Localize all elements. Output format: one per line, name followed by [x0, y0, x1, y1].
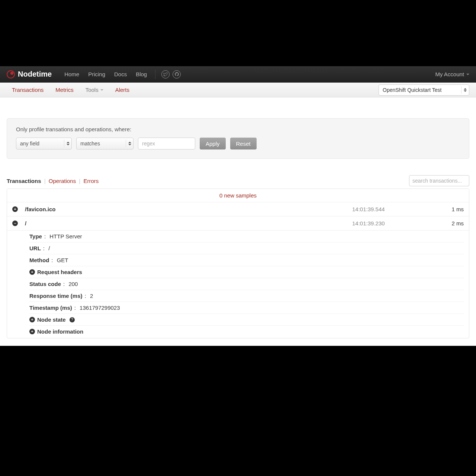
filter-title: Only profile transations and operations,…: [16, 126, 460, 132]
reset-button[interactable]: Reset: [230, 138, 257, 149]
select-arrows-icon: [461, 86, 467, 94]
tab-errors[interactable]: Errors: [83, 178, 99, 184]
search-input[interactable]: [409, 175, 469, 186]
nav-separator: [155, 70, 155, 79]
row-path: /favicon.ico: [25, 206, 352, 212]
plus-icon: +: [29, 329, 35, 334]
brand-icon: [7, 70, 15, 78]
apply-button[interactable]: Apply: [200, 138, 226, 149]
plus-icon: +: [29, 317, 35, 322]
subnav-transactions[interactable]: Transactions: [7, 83, 49, 97]
sub-navbar: Transactions Metrics Tools Alerts OpenSh…: [0, 83, 476, 97]
filter-op-select[interactable]: matches: [76, 138, 134, 149]
detail-node-state[interactable]: + Node state ?: [29, 314, 464, 326]
filter-field-select[interactable]: any field: [16, 138, 72, 149]
project-select-value: OpenShift Quickstart Test: [383, 87, 441, 93]
detail-status: Status code: 200: [29, 278, 464, 290]
nav-docs[interactable]: Docs: [110, 71, 131, 77]
row-duration: 1 ms: [427, 206, 464, 212]
filter-op-value: matches: [80, 141, 100, 147]
table-row[interactable]: + /favicon.ico 14:01:39.544 1 ms: [7, 202, 469, 216]
github-icon[interactable]: [173, 70, 181, 78]
twitter-icon[interactable]: [161, 70, 170, 78]
collapse-toggle[interactable]: –: [12, 221, 25, 226]
top-navbar: Nodetime Home Pricing Docs Blog My Accou…: [0, 66, 476, 83]
chevron-down-icon: [100, 89, 103, 91]
view-tabs: Transactions | Operations | Errors: [7, 178, 99, 184]
expand-toggle[interactable]: +: [12, 206, 25, 212]
detail-response-time: Response time (ms): 2: [29, 290, 464, 302]
subnav-metrics[interactable]: Metrics: [50, 83, 78, 97]
row-time: 14:01:39.230: [352, 220, 427, 226]
filter-field-value: any field: [20, 141, 39, 147]
subnav-tools[interactable]: Tools: [80, 83, 109, 97]
row-details: Type: HTTP Server URL: / Method: GET + R…: [7, 231, 469, 338]
detail-timestamp: Timestamp (ms): 1361797299023: [29, 302, 464, 314]
detail-request-headers[interactable]: + Request headers: [29, 266, 464, 278]
plus-icon: +: [12, 206, 18, 212]
detail-method: Method: GET: [29, 254, 464, 266]
subnav-tools-label: Tools: [86, 87, 99, 93]
tab-operations[interactable]: Operations: [49, 178, 76, 184]
detail-type: Type: HTTP Server: [29, 231, 464, 242]
chevron-down-icon: [466, 74, 469, 75]
account-label: My Account: [435, 71, 464, 77]
help-icon[interactable]: ?: [70, 317, 75, 322]
nav-home[interactable]: Home: [60, 71, 84, 77]
detail-node-info[interactable]: + Node information: [29, 326, 464, 337]
minus-icon: –: [12, 221, 18, 226]
row-path: /: [25, 220, 352, 226]
nav-pricing[interactable]: Pricing: [84, 71, 110, 77]
transactions-table: 0 new samples + /favicon.ico 14:01:39.54…: [7, 189, 469, 338]
filter-regex-input[interactable]: [138, 138, 195, 149]
plus-icon: +: [29, 269, 35, 275]
project-select[interactable]: OpenShift Quickstart Test: [379, 84, 469, 96]
filter-panel: Only profile transations and operations,…: [7, 118, 469, 159]
account-menu[interactable]: My Account: [435, 71, 469, 77]
tab-transactions[interactable]: Transactions: [7, 178, 41, 184]
select-arrows-icon: [126, 140, 131, 147]
brand-text: Nodetime: [18, 70, 52, 78]
subnav-alerts[interactable]: Alerts: [110, 83, 135, 97]
row-time: 14:01:39.544: [352, 206, 427, 212]
nav-blog[interactable]: Blog: [131, 71, 151, 77]
brand[interactable]: Nodetime: [7, 70, 52, 78]
select-arrows-icon: [64, 140, 70, 147]
detail-url: URL: /: [29, 242, 464, 254]
table-row[interactable]: – / 14:01:39.230 2 ms: [7, 216, 469, 231]
new-samples-bar[interactable]: 0 new samples: [7, 189, 469, 202]
row-duration: 2 ms: [427, 220, 464, 226]
